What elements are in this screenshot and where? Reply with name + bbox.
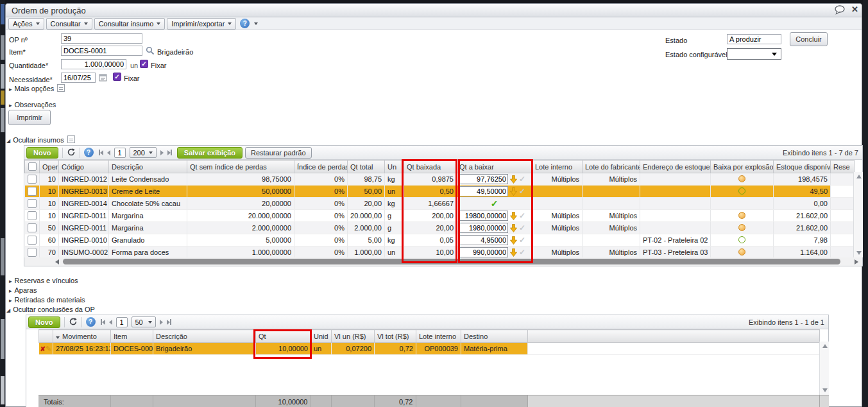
estado-input[interactable] [727,34,781,44]
row-checkbox[interactable] [28,223,37,232]
last-page-icon[interactable] [167,319,171,325]
row-checkbox[interactable] [28,175,37,184]
col-reservado[interactable]: Rese [831,160,855,173]
next-page-icon[interactable] [160,150,164,155]
baixar-arrow-icon[interactable] [510,248,517,257]
col-codigo[interactable]: Código [59,160,109,173]
col-lote-interno[interactable]: Lote interno [416,330,461,343]
prev-page-icon[interactable] [109,320,112,325]
observacoes-toggle[interactable]: ▸Observações [9,101,56,108]
confirm-check-icon[interactable]: ✓ [519,248,525,257]
confirm-check-icon[interactable]: ✓ [519,175,525,184]
select-all-checkbox[interactable] [28,162,37,171]
novo-button[interactable]: Novo [28,316,60,328]
restaurar-padrao-button[interactable]: Restaurar padrão [245,147,312,159]
scroll-up-icon[interactable] [856,175,862,178]
insumos-row[interactable]: 10 INGRED-0013 Creme de Leite 50,00000 0… [25,186,855,198]
estado-configuravel-select[interactable] [727,48,781,60]
col-baixa-explosao[interactable]: Baixa por explosão [711,160,774,173]
op-number-input[interactable] [61,33,142,44]
row-checkbox[interactable] [28,211,37,220]
last-page-icon[interactable] [167,150,172,155]
col-item[interactable]: Item [111,330,153,343]
first-page-icon[interactable] [101,319,105,325]
need-date-input[interactable] [61,73,96,83]
col-endereco-estoque[interactable]: Endereço de estoque [640,160,711,173]
col-vl-tot[interactable]: Vl tot (R$) [375,330,416,343]
reservas-toggle[interactable]: ▸Reservas e vínculos [9,277,78,284]
baixar-arrow-icon[interactable] [510,187,517,196]
delete-row-icon[interactable]: ✘ [40,345,46,352]
qt-a-baixar-input[interactable] [459,247,508,257]
confirm-check-icon[interactable]: ✓ [519,236,525,245]
col-lote-fabricante[interactable]: Lote do fabricante [583,160,640,173]
col-movimento[interactable]: Movimento [53,330,111,343]
fixar-quantity-checkbox[interactable]: ✓ [140,60,148,68]
quantity-input[interactable] [61,59,126,69]
close-icon[interactable]: ✕ [851,4,858,14]
insumos-row[interactable]: 70 INSUMO-0002 Forma para doces 1.000,00… [25,247,855,259]
menu-imprimir-exportar[interactable]: Imprimir/exportar [167,18,236,30]
insumos-row[interactable]: 60 INGRED-0010 Granulado 5,00000 0% 5,00… [25,234,855,247]
search-icon[interactable] [146,46,155,56]
insumos-row[interactable]: 10 INGRED-0014 Chocolate 50% cacau 20,00… [25,198,855,210]
calendar-icon[interactable] [99,73,108,83]
prev-page-icon[interactable] [107,150,110,155]
col-destino[interactable]: Destino [461,330,528,343]
page-size-select[interactable]: 50 [132,316,156,327]
scroll-down-icon[interactable] [822,388,828,392]
row-checkbox[interactable] [28,248,37,257]
qt-a-baixar-input[interactable] [459,174,508,184]
ocultar-conclusoes-toggle[interactable]: ◢Ocultar conclusões da OP [6,306,95,313]
conclusoes-vertical-scrollbar[interactable] [819,342,829,395]
page-number-input[interactable] [114,148,126,158]
refresh-icon[interactable] [67,148,76,158]
salvar-exibicao-button[interactable]: Salvar exibição [177,147,243,159]
aparas-toggle[interactable]: ▸Aparas [9,286,37,294]
menu-consultar[interactable]: Consultar [46,18,92,30]
row-checkbox[interactable] [28,187,37,196]
scroll-left-icon[interactable] [55,259,59,264]
qt-a-baixar-input[interactable] [459,223,508,233]
scrollbar-thumb[interactable] [63,259,840,264]
refresh-icon[interactable] [69,317,78,327]
help-dropdown-chevron-icon[interactable] [254,22,258,25]
col-unid[interactable]: Unid [311,330,332,343]
concluir-button[interactable]: Concluir [790,32,828,46]
confirm-check-icon[interactable]: ✓ [519,211,525,220]
insumos-row[interactable]: 50 INGRED-0011 Margarina 2.000,00000 0% … [25,222,855,234]
ocultar-insumos-toggle[interactable]: ◢Ocultar insumos [6,135,75,144]
qt-a-baixar-input[interactable] [459,186,508,196]
confirm-check-icon[interactable]: ✓ [519,223,525,232]
imprimir-button[interactable]: Imprimir [8,110,51,125]
conclusao-row[interactable]: ✘✎ 27/08/25 16:23:13 DOCES-0001 Brigadei… [39,343,820,355]
baixar-arrow-icon[interactable] [510,212,517,220]
help-icon[interactable]: ? [240,19,250,28]
confirm-check-icon[interactable]: ✓ [519,187,525,196]
novo-button[interactable]: Novo [26,147,58,159]
insumos-row[interactable]: 10 INGRED-0011 Margarina 20.000,00000 0%… [25,210,855,222]
qt-a-baixar-input[interactable] [459,235,508,245]
baixar-arrow-icon[interactable] [510,236,517,245]
col-qt-sem-indice[interactable]: Qt sem índice de perdas [187,160,294,173]
retiradas-toggle[interactable]: ▸Retiradas de materiais [9,296,85,304]
insumos-row[interactable]: 10 INGRED-0012 Leite Condensado 98,75000… [25,173,855,186]
insumos-vertical-scrollbar[interactable] [853,172,863,257]
notes-icon[interactable] [67,135,75,143]
edit-pencil-icon[interactable]: ✎ [46,345,51,352]
page-size-select[interactable]: 200 [130,147,157,158]
scroll-up-icon[interactable] [822,344,828,348]
mais-opcoes-toggle[interactable]: ▸Mais opções [9,84,65,92]
first-page-icon[interactable] [99,150,103,155]
col-qt-total[interactable]: Qt total [348,160,385,173]
col-descricao[interactable]: Descrição [153,330,256,343]
scroll-down-icon[interactable] [856,251,862,255]
col-descricao[interactable]: Descrição [109,160,187,173]
page-number-input[interactable] [116,317,128,327]
col-vl-un[interactable]: Vl un (R$) [332,330,375,343]
insumos-horizontal-scrollbar[interactable] [24,257,862,266]
col-lote-interno[interactable]: Lote interno [532,160,583,173]
next-page-icon[interactable] [160,320,163,325]
scroll-right-icon[interactable] [855,259,858,264]
menu-consultar-insumo[interactable]: Consultar insumo [94,18,166,30]
